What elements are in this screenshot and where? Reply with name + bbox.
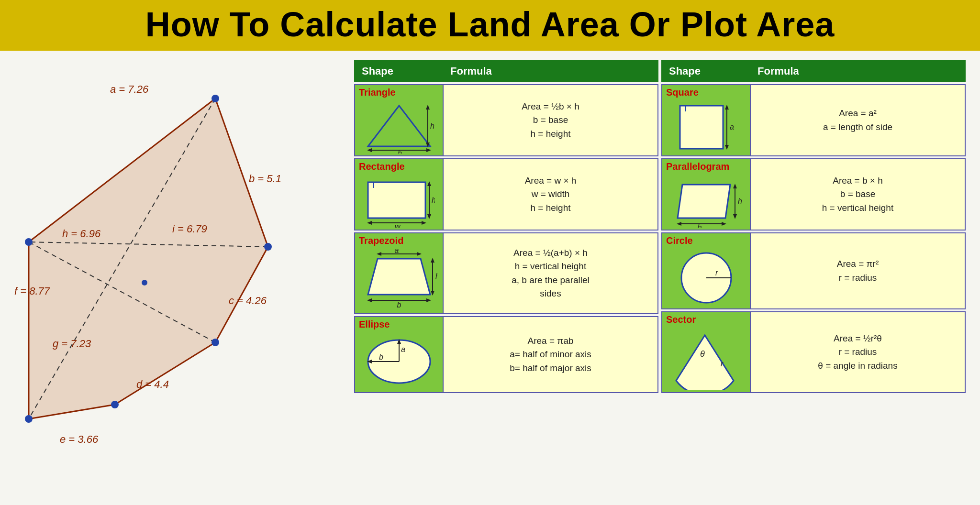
- svg-text:h: h: [432, 196, 435, 204]
- trapezoid-formula: Area = ½(a+b) × hh = vertical heighta, b…: [444, 233, 657, 313]
- svg-marker-48: [367, 298, 372, 302]
- svg-text:d = 4.4: d = 4.4: [136, 378, 169, 390]
- svg-text:b: b: [697, 223, 702, 228]
- svg-marker-27: [426, 148, 431, 152]
- svg-text:h = 6.96: h = 6.96: [62, 228, 101, 240]
- svg-marker-36: [422, 221, 426, 225]
- sector-formula: Area = ½r²θr = radiusθ = angle in radian…: [751, 312, 965, 392]
- svg-point-8: [25, 415, 33, 423]
- svg-marker-66: [733, 214, 737, 219]
- svg-text:g = 7.23: g = 7.23: [53, 338, 91, 350]
- svg-point-9: [25, 238, 33, 246]
- triangle-illustration: h b: [355, 99, 443, 155]
- square-illustration: a: [662, 99, 750, 155]
- rectangle-formula: Area = w × hw = widthh = height: [444, 159, 657, 230]
- formula-column-2: Shape Formula Square a: [661, 60, 966, 491]
- sector-cell: Sector θ r: [662, 312, 751, 392]
- svg-rect-29: [368, 182, 425, 218]
- sector-name: Sector: [662, 312, 750, 326]
- triangle-row: Triangle h b: [354, 84, 658, 156]
- parallelogram-illustration: h b: [662, 173, 750, 230]
- svg-marker-70: [722, 222, 726, 226]
- svg-text:a = 7.26: a = 7.26: [110, 83, 149, 95]
- svg-text:b = 5.1: b = 5.1: [249, 173, 281, 185]
- circle-cell: Circle r: [662, 233, 751, 308]
- svg-text:e = 3.66: e = 3.66: [60, 433, 99, 445]
- svg-marker-20: [368, 106, 430, 146]
- col2-header: Shape Formula: [661, 60, 966, 82]
- svg-text:f = 8.77: f = 8.77: [14, 285, 50, 297]
- triangle-formula: Area = ½b × hb = baseh = height: [444, 85, 657, 155]
- trapezoid-cell: Trapezoid a h: [355, 233, 444, 313]
- ellipse-illustration: b a: [355, 331, 443, 392]
- circle-row: Circle r Area = πr²r = radius: [661, 232, 966, 309]
- svg-text:b: b: [398, 149, 402, 154]
- ellipse-cell: Ellipse b a: [355, 317, 444, 392]
- circle-illustration: r: [662, 247, 750, 308]
- rectangle-name: Rectangle: [355, 159, 443, 173]
- rectangle-illustration: h w: [355, 173, 443, 230]
- svg-text:h: h: [435, 272, 437, 280]
- parallelogram-formula: Area = b × hb = baseh = vertical height: [751, 159, 965, 230]
- svg-text:θ: θ: [700, 349, 705, 359]
- polygon-diagram: .meas { font-family: Arial, sans-serif; …: [14, 60, 340, 491]
- triangle-name: Triangle: [355, 85, 443, 99]
- rectangle-row: Rectangle h: [354, 158, 658, 231]
- svg-text:a: a: [394, 249, 399, 254]
- page-title: How To Calculate Land Area Or Plot Area: [0, 5, 980, 44]
- svg-text:r: r: [721, 360, 724, 368]
- svg-point-6: [212, 339, 219, 346]
- trapezoid-illustration: a h b: [355, 247, 443, 313]
- parallelogram-row: Parallelogram h: [661, 158, 966, 231]
- svg-marker-38: [368, 259, 430, 295]
- svg-text:b: b: [379, 353, 383, 361]
- svg-marker-0: [29, 99, 268, 419]
- svg-point-10: [142, 280, 147, 285]
- svg-text:h: h: [738, 197, 742, 205]
- svg-marker-49: [426, 298, 431, 302]
- col2-header-shape: Shape: [661, 60, 750, 82]
- trapezoid-row: Trapezoid a h: [354, 232, 658, 314]
- svg-marker-65: [733, 184, 737, 188]
- trapezoid-name: Trapezoid: [355, 233, 443, 247]
- rectangle-cell: Rectangle h: [355, 159, 444, 230]
- ellipse-formula: Area = πaba= half of minor axisb= half o…: [444, 317, 657, 392]
- svg-marker-22: [426, 105, 430, 110]
- parallelogram-name: Parallelogram: [662, 159, 750, 173]
- col2-header-formula: Formula: [750, 60, 966, 82]
- col1-header-shape: Shape: [354, 60, 443, 82]
- square-cell: Square a: [662, 85, 751, 155]
- square-row: Square a Area = a²a = length of: [661, 84, 966, 156]
- svg-rect-58: [680, 106, 723, 149]
- svg-text:a: a: [401, 345, 405, 353]
- svg-marker-61: [725, 145, 729, 150]
- ellipse-name: Ellipse: [355, 317, 443, 331]
- ellipse-row: Ellipse b a: [354, 316, 658, 393]
- sector-illustration: θ r: [662, 326, 750, 392]
- svg-marker-44: [431, 258, 434, 263]
- formulas-section: Shape Formula Triangle h: [354, 60, 966, 491]
- svg-text:h: h: [430, 122, 434, 130]
- svg-text:w: w: [395, 222, 401, 228]
- svg-marker-40: [377, 252, 381, 256]
- svg-marker-63: [678, 185, 730, 218]
- svg-marker-41: [417, 252, 422, 256]
- svg-marker-45: [431, 291, 434, 296]
- header: How To Calculate Land Area Or Plot Area: [0, 0, 980, 51]
- svg-marker-60: [725, 105, 729, 110]
- main-content: .meas { font-family: Arial, sans-serif; …: [0, 51, 980, 491]
- svg-marker-35: [367, 221, 372, 225]
- triangle-cell: Triangle h b: [355, 85, 444, 155]
- formula-column-1: Shape Formula Triangle h: [354, 60, 658, 491]
- svg-marker-26: [367, 148, 372, 152]
- circle-name: Circle: [662, 233, 750, 247]
- svg-marker-69: [677, 222, 681, 226]
- svg-marker-31: [427, 181, 431, 186]
- square-formula: Area = a²a = length of side: [751, 85, 965, 155]
- svg-point-4: [212, 95, 219, 102]
- svg-text:r: r: [715, 269, 718, 277]
- col1-header: Shape Formula: [354, 60, 658, 82]
- svg-marker-32: [427, 214, 431, 219]
- svg-point-5: [264, 243, 272, 251]
- svg-text:i = 6.79: i = 6.79: [172, 223, 207, 235]
